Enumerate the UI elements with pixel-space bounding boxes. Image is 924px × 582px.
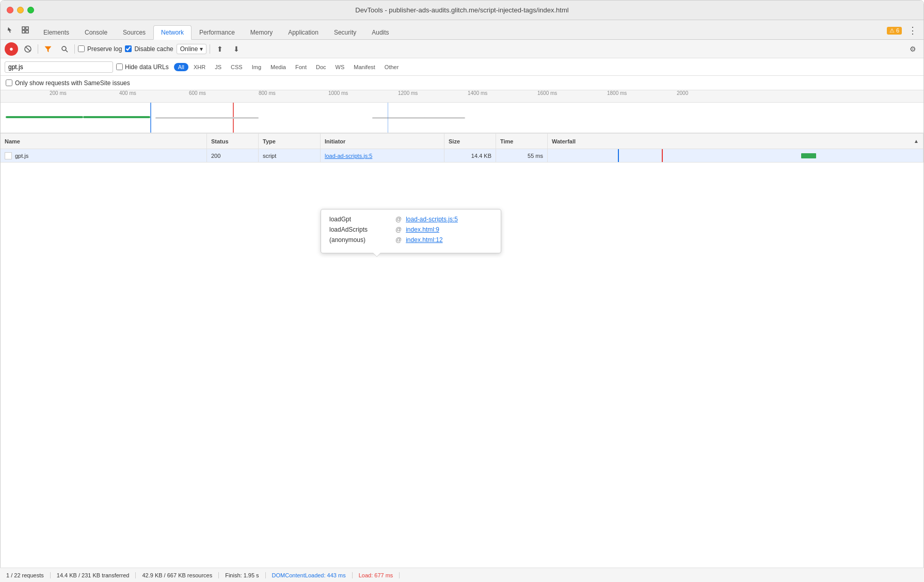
tab-security[interactable]: Security: [326, 25, 364, 39]
tooltip-link-3[interactable]: index.html:12: [406, 236, 442, 244]
title-bar: DevTools - publisher-ads-audits.glitch.m…: [1, 1, 923, 20]
timeline-blue-thin: [388, 103, 388, 133]
toolbar-separator: [38, 44, 38, 54]
tab-memory[interactable]: Memory: [243, 25, 280, 39]
window-controls[interactable]: [7, 7, 34, 13]
download-icon[interactable]: ⬇: [230, 42, 243, 56]
type-btn-ws[interactable]: WS: [331, 63, 349, 71]
type-btn-js[interactable]: JS: [211, 63, 226, 71]
waterfall-red-line: [662, 149, 663, 162]
settings-icon[interactable]: ⚙: [906, 42, 919, 56]
close-button[interactable]: [7, 7, 13, 13]
tab-application[interactable]: Application: [280, 25, 326, 39]
cell-name[interactable]: gpt.js: [1, 149, 207, 162]
requests-count: 1 / 22 requests: [6, 572, 51, 578]
tooltip-at-2: @: [395, 226, 402, 233]
disable-cache-label[interactable]: Disable cache: [125, 45, 173, 53]
tab-audits[interactable]: Audits: [364, 25, 396, 39]
sort-arrow-icon: ▲: [914, 138, 919, 144]
cell-initiator[interactable]: load-ad-scripts.js:5: [321, 149, 444, 162]
timeline-domcontentloaded-line: [150, 103, 151, 133]
col-header-initiator[interactable]: Initiator: [321, 134, 444, 149]
search-input[interactable]: [5, 61, 113, 73]
tick-1800: 1800 ms: [607, 90, 627, 96]
svg-rect-3: [26, 30, 28, 33]
cursor-icon[interactable]: [5, 24, 17, 36]
tabs: Elements Console Sources Network Perform…: [36, 25, 887, 39]
maximize-button[interactable]: [27, 7, 34, 13]
timeline-header: 200 ms 400 ms 600 ms 800 ms 1000 ms 1200…: [1, 90, 923, 103]
type-btn-font[interactable]: Font: [291, 63, 311, 71]
record-button[interactable]: ●: [5, 42, 18, 56]
warning-badge[interactable]: ⚠ 6: [887, 27, 902, 35]
svg-rect-0: [22, 27, 25, 29]
tab-network[interactable]: Network: [153, 25, 192, 40]
tab-elements[interactable]: Elements: [36, 25, 77, 39]
hide-data-urls-label[interactable]: Hide data URLs: [116, 63, 169, 71]
tab-sources[interactable]: Sources: [115, 25, 153, 39]
tab-console[interactable]: Console: [77, 25, 115, 39]
timeline-gray-dash: [424, 117, 465, 119]
tab-bar-right: ⚠ 6 ⋮: [887, 25, 919, 39]
col-header-status[interactable]: Status: [207, 134, 259, 149]
timeline-green-bar-2: [83, 116, 150, 118]
tooltip-fn-1: loadGpt: [329, 216, 391, 223]
timeline-gray-bar: [155, 117, 259, 119]
window-title: DevTools - publisher-ads-audits.glitch.m…: [355, 6, 568, 14]
svg-line-8: [66, 50, 68, 52]
table-header: Name Status Type Initiator Size Time Wat…: [1, 134, 923, 149]
inspect-icon[interactable]: [19, 24, 31, 36]
table-row[interactable]: gpt.js 200 script load-ad-scripts.js:5 1…: [1, 149, 923, 163]
type-btn-manifest[interactable]: Manifest: [349, 63, 379, 71]
upload-icon[interactable]: ⬆: [213, 42, 227, 56]
disable-cache-checkbox[interactable]: [125, 45, 132, 52]
search-button[interactable]: [58, 42, 71, 56]
load-time: Load: 677 ms: [353, 572, 400, 578]
transferred-size: 14.4 KB / 231 KB transferred: [51, 572, 136, 578]
throttle-select[interactable]: Online ▾: [177, 44, 207, 54]
type-btn-xhr[interactable]: XHR: [189, 63, 210, 71]
samesite-label[interactable]: Only show requests with SameSite issues: [6, 79, 130, 87]
tooltip-at-1: @: [395, 216, 402, 223]
tooltip-at-3: @: [395, 236, 402, 244]
col-header-waterfall[interactable]: Waterfall ▲: [548, 134, 923, 149]
tick-200: 200 ms: [50, 90, 67, 96]
resources-size: 42.9 KB / 667 KB resources: [136, 572, 219, 578]
tab-performance[interactable]: Performance: [192, 25, 243, 39]
type-btn-img[interactable]: Img: [248, 63, 265, 71]
minimize-button[interactable]: [17, 7, 24, 13]
type-btn-all[interactable]: All: [174, 63, 188, 71]
type-btn-css[interactable]: CSS: [227, 63, 247, 71]
toolbar-separator-2: [74, 44, 75, 54]
type-btn-doc[interactable]: Doc: [312, 63, 330, 71]
col-header-type[interactable]: Type: [259, 134, 321, 149]
waterfall-blue-line: [618, 149, 619, 162]
more-options-icon[interactable]: ⋮: [906, 25, 919, 36]
tooltip-row-1: loadGpt @ load-ad-scripts.js:5: [329, 216, 492, 223]
type-btn-media[interactable]: Media: [266, 63, 290, 71]
filter-button[interactable]: [41, 42, 55, 56]
samesite-bar: Only show requests with SameSite issues: [1, 76, 923, 90]
waterfall-green-bar: [801, 153, 816, 158]
col-header-size[interactable]: Size: [444, 134, 496, 149]
samesite-checkbox[interactable]: [6, 79, 12, 86]
col-header-name[interactable]: Name: [1, 134, 207, 149]
cell-size: 14.4 KB: [444, 149, 496, 162]
preserve-log-checkbox[interactable]: [78, 45, 85, 52]
type-btn-other[interactable]: Other: [380, 63, 403, 71]
tooltip-link-2[interactable]: index.html:9: [406, 226, 439, 233]
tick-400: 400 ms: [119, 90, 136, 96]
tick-600: 600 ms: [189, 90, 206, 96]
tooltip-row-3: (anonymous) @ index.html:12: [329, 236, 492, 244]
preserve-log-label[interactable]: Preserve log: [78, 45, 122, 53]
hide-data-urls-checkbox[interactable]: [116, 63, 123, 70]
tab-bar: Elements Console Sources Network Perform…: [1, 20, 923, 40]
tick-1000: 1000 ms: [328, 90, 348, 96]
tick-2000: 2000: [677, 90, 688, 96]
tooltip-link-1[interactable]: load-ad-scripts.js:5: [406, 216, 458, 223]
svg-rect-2: [26, 27, 28, 29]
timeline-bars: [1, 103, 923, 134]
clear-button[interactable]: [21, 42, 35, 56]
col-header-time[interactable]: Time: [496, 134, 548, 149]
tooltip-fn-2: loadAdScripts: [329, 226, 391, 233]
